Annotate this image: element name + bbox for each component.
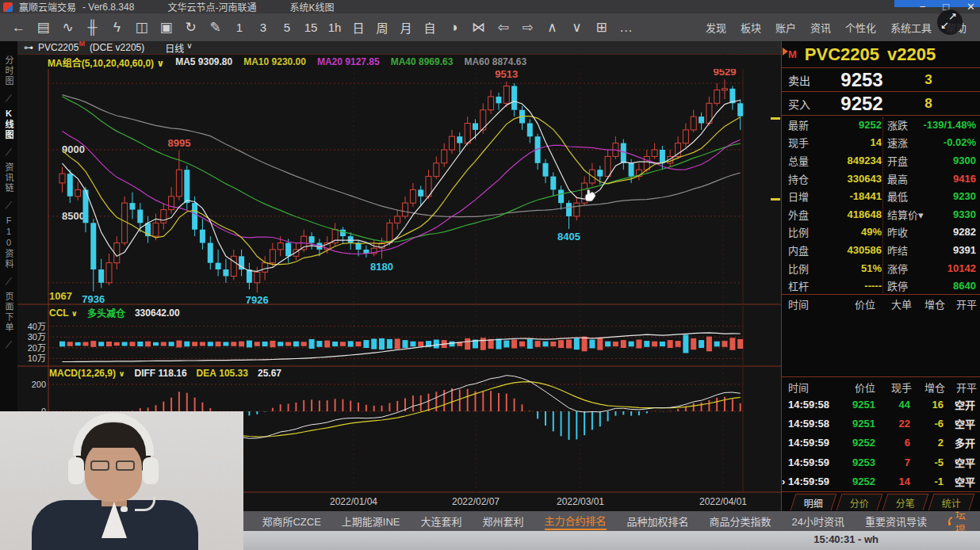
tick-oi-change: 2 bbox=[910, 437, 944, 449]
sidebar-divider: ╱ bbox=[6, 94, 11, 103]
ask-row[interactable]: 卖出 9253 3 bbox=[782, 68, 980, 92]
tick-time: 14:59:59 bbox=[788, 437, 836, 449]
tick-volume: 6 bbox=[875, 437, 910, 449]
minimize-button[interactable]: − bbox=[920, 1, 926, 13]
period-button-日[interactable]: 日 bbox=[346, 19, 370, 36]
panel-tab-分价[interactable]: 分价 bbox=[836, 494, 883, 510]
sidebar-item-F10资料[interactable]: F10资料 bbox=[2, 216, 15, 269]
menu-item-账户[interactable]: 账户 bbox=[770, 18, 802, 36]
market-tab-商品分类指数[interactable]: 商品分类指数 bbox=[710, 514, 771, 529]
market-tab-品种加权排名[interactable]: 品种加权排名 bbox=[627, 514, 689, 529]
ma-value-MA20: MA20 9127.85 bbox=[317, 56, 380, 67]
quote-row: 总量849234 bbox=[788, 151, 882, 170]
period-button-周[interactable]: 周 bbox=[370, 19, 394, 36]
column-header-增仓: 增仓 bbox=[912, 380, 945, 395]
more-icon[interactable]: … bbox=[614, 20, 638, 36]
panel-tab-统计[interactable]: 统计 bbox=[928, 494, 975, 510]
close-button[interactable]: ✕ bbox=[967, 1, 975, 13]
draw-tool-icon[interactable]: ✎ bbox=[203, 19, 228, 36]
bid-row[interactable]: 买入 9252 8 bbox=[782, 92, 980, 116]
svg-text:10万: 10万 bbox=[28, 353, 46, 363]
page-right-icon[interactable]: ⇨ bbox=[515, 19, 540, 36]
market-tab-主力合约排名[interactable]: 主力合约排名 bbox=[545, 513, 607, 530]
market-tab-24小时资讯[interactable]: 24小时资讯 bbox=[792, 514, 844, 529]
period-button-3[interactable]: 3 bbox=[251, 21, 275, 34]
tick-price: 9252 bbox=[836, 476, 875, 487]
candlestick-icon[interactable]: ╫ bbox=[80, 20, 105, 36]
refresh-icon[interactable]: ↻ bbox=[178, 19, 203, 36]
period-button-1h[interactable]: 1h bbox=[323, 21, 346, 34]
quote-row: 结算价▾9330 bbox=[887, 205, 976, 223]
save-icon[interactable]: ▣ bbox=[154, 19, 178, 36]
tick-row[interactable]: 14:59:5992537-5空平 bbox=[782, 453, 980, 472]
remote-cursor-icon: ↗↙ bbox=[937, 10, 963, 35]
ma-value-MA60: MA60 8874.63 bbox=[464, 56, 526, 67]
column-header-时间: 时间 bbox=[782, 296, 834, 311]
multi-chart-icon[interactable]: ◫ bbox=[129, 19, 154, 36]
contract-symbol[interactable]: PVC2205M bbox=[38, 42, 85, 53]
panel-tab-分笔[interactable]: 分笔 bbox=[882, 494, 929, 510]
contract-link-icon[interactable]: ⊶ bbox=[24, 42, 33, 53]
column-header-大单: 大单 bbox=[875, 296, 912, 311]
tick-row[interactable]: 14:59:5892514416空开 bbox=[782, 395, 980, 414]
quote-row: 昨收9282 bbox=[887, 223, 976, 242]
period-button-月[interactable]: 月 bbox=[394, 19, 418, 36]
macd-header: MACD(12,26,9) ∨ DIFF 118.16 DEA 105.33 2… bbox=[49, 368, 281, 379]
collapse-up-icon[interactable]: ∧ bbox=[540, 19, 565, 36]
menu-item-个性化[interactable]: 个性化 bbox=[840, 18, 882, 36]
tick-cursor: › bbox=[782, 476, 788, 487]
back-icon[interactable]: ← bbox=[6, 20, 31, 36]
menu-item-发现[interactable]: 发现 bbox=[700, 18, 732, 36]
app-window: 赢顺云端交易 - Ver6.8.348 文华云节点-河南联通 系统K线图 − □… bbox=[0, 0, 980, 550]
quote-symbol: PVC2205 bbox=[805, 44, 879, 65]
ma-combo-label[interactable]: MA组合(5,10,20,40,60,0) ∨ bbox=[48, 55, 164, 69]
market-tab-上期能源INE[interactable]: 上期能源INE bbox=[342, 514, 400, 529]
collapse-down-icon[interactable]: ∨ bbox=[565, 19, 589, 36]
svg-text:8405: 8405 bbox=[557, 231, 580, 243]
period-button-自[interactable]: 自 bbox=[418, 19, 442, 36]
sidebar-item-K线图[interactable]: K线图 bbox=[2, 109, 15, 140]
lightning-icon[interactable]: ϟ bbox=[105, 20, 129, 36]
line-chart-icon[interactable]: ∿ bbox=[56, 19, 80, 36]
ccl-signal: 多头减仓 bbox=[87, 306, 125, 320]
page-left-icon[interactable]: ⇦ bbox=[491, 19, 515, 36]
period-button-5[interactable]: 5 bbox=[275, 21, 299, 34]
app-version: - Ver6.8.348 bbox=[82, 2, 134, 13]
market-tab-重要资讯导读[interactable]: 重要资讯导读 bbox=[865, 514, 927, 529]
menu-item-资讯[interactable]: 资讯 bbox=[805, 18, 836, 36]
ccl-label[interactable]: CCL ∨ bbox=[49, 307, 78, 319]
tick-row[interactable]: ›14:59:59925214-1空平 bbox=[782, 472, 980, 491]
period-button-1[interactable]: 1 bbox=[228, 21, 251, 34]
tick-direction: 空平 bbox=[944, 455, 978, 470]
tick-time: 14:59:59 bbox=[788, 456, 836, 468]
sidebar-item-分时图[interactable]: 分时图 bbox=[2, 55, 15, 86]
sidebar-item-资讯链[interactable]: 资讯链 bbox=[2, 162, 15, 193]
microphone-tip-icon bbox=[121, 506, 128, 512]
compare-icon[interactable]: ⋈ bbox=[466, 19, 491, 36]
menu-item-板块[interactable]: 板块 bbox=[735, 18, 767, 36]
quote-table-icon[interactable]: ▤ bbox=[31, 19, 56, 36]
period-selector[interactable]: 日线∨ bbox=[165, 41, 192, 55]
tick-row[interactable]: 14:59:58925122-6空平 bbox=[782, 414, 980, 433]
sidebar-divider: ╱ bbox=[6, 277, 11, 286]
menu-item-系统工具[interactable]: 系统工具 bbox=[885, 18, 937, 36]
sidebar-divider: ╱ bbox=[6, 341, 11, 349]
sidebar-item-页面下单[interactable]: 页面下单 bbox=[2, 292, 15, 333]
panel-tab-明细[interactable]: 明细 bbox=[791, 494, 837, 510]
ma-value-MA40: MA40 8969.63 bbox=[391, 56, 454, 67]
ma-value-MA5: MA5 9309.80 bbox=[175, 56, 232, 67]
quote-row: 内盘430586 bbox=[788, 241, 882, 259]
market-tab-郑州套利[interactable]: 郑州套利 bbox=[483, 514, 524, 529]
market-tab-郑商所CZCE[interactable]: 郑商所CZCE bbox=[262, 514, 320, 529]
tick-time: 14:59:59 bbox=[788, 476, 836, 487]
tick-row[interactable]: 14:59:59925262多开 bbox=[782, 434, 980, 453]
big-order-table-header: 时间价位大单增仓开平 bbox=[782, 295, 980, 312]
grid-layout-icon[interactable]: ⊞ bbox=[589, 19, 614, 36]
period-button-15[interactable]: 15 bbox=[299, 21, 323, 34]
market-tab-大连套利[interactable]: 大连套利 bbox=[421, 514, 462, 529]
tick-oi-change: 16 bbox=[910, 399, 944, 411]
quote-title[interactable]: M PVC2205 v2205 bbox=[782, 41, 980, 68]
macd-label[interactable]: MACD(12,26,9) ∨ bbox=[49, 368, 125, 379]
quote-row: 外盘418648 bbox=[788, 205, 882, 223]
contrast-icon[interactable]: ◑ bbox=[442, 20, 466, 36]
